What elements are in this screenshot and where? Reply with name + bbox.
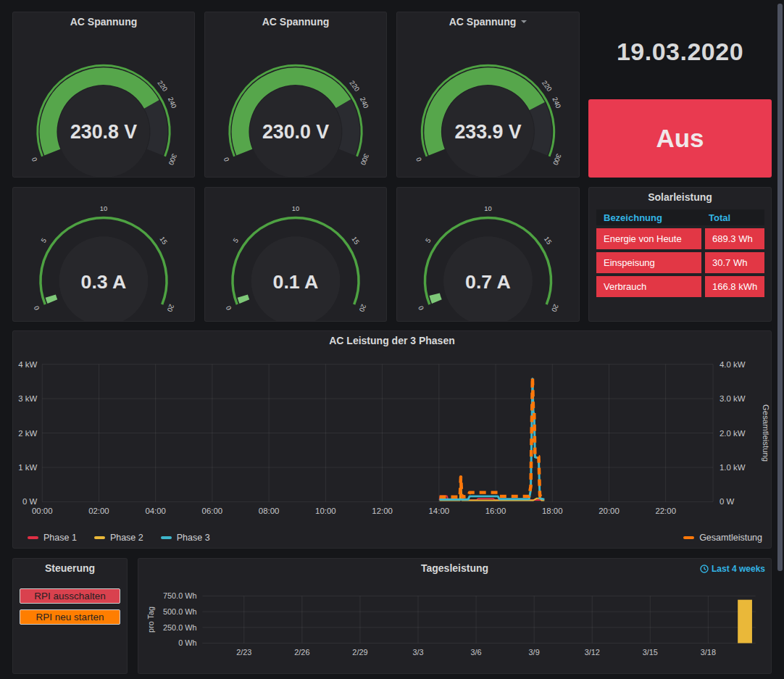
svg-text:0: 0: [30, 157, 38, 163]
chart-legend: Phase 1Phase 2Phase 3 Gesamtleistung: [28, 533, 762, 543]
panel-title[interactable]: AC Spannung: [13, 12, 194, 31]
panel-ac-current-1: 051015200.3 A: [12, 187, 195, 322]
panel-title[interactable]: Solarleistung: [589, 188, 771, 207]
panel-title-text: AC Spannung: [70, 16, 138, 28]
panel-ac-current-2: 051015200.1 A: [204, 187, 387, 322]
date-text: 19.03.2020: [617, 38, 743, 66]
svg-text:20: 20: [550, 303, 560, 313]
legend-item-gesamtleistung[interactable]: Gesamtleistung: [683, 533, 762, 543]
svg-text:08:00: 08:00: [259, 507, 280, 515]
svg-text:pro Tag: pro Tag: [146, 607, 155, 633]
legend-right: Gesamtleistung: [683, 533, 762, 543]
svg-text:4.0 kW: 4.0 kW: [720, 360, 746, 369]
legend-swatch: [683, 536, 694, 539]
svg-text:233.9 V: 233.9 V: [454, 121, 521, 143]
column-header-bezeichnung[interactable]: Bezeichnung: [596, 212, 701, 223]
svg-text:0.1 A: 0.1 A: [273, 271, 319, 293]
svg-text:0: 0: [414, 157, 423, 163]
voltage-gauge: 0220240300230.0 V: [205, 12, 386, 177]
table-header-row: Bezeichnung Total: [596, 209, 764, 225]
svg-text:10:00: 10:00: [315, 507, 336, 515]
rpi-ausschalten-button[interactable]: RPI ausschalten: [20, 588, 120, 604]
panel-title-text: Tagesleistung: [421, 562, 488, 574]
svg-text:220: 220: [156, 79, 169, 93]
panel-ac-voltage-2: AC Spannung 0220240300230.0 V: [204, 12, 387, 178]
table-cell-value: 166.8 kWh: [705, 276, 764, 297]
svg-text:3/12: 3/12: [585, 648, 600, 657]
legend-left: Phase 1Phase 2Phase 3: [28, 533, 210, 543]
svg-text:20: 20: [358, 303, 368, 313]
svg-text:15: 15: [158, 235, 169, 246]
svg-text:0: 0: [417, 305, 425, 312]
panel-title[interactable]: Steuerung: [13, 559, 127, 578]
legend-label: Phase 2: [110, 533, 143, 543]
column-header-total[interactable]: Total: [701, 212, 764, 223]
svg-text:3 kW: 3 kW: [18, 394, 37, 403]
svg-text:220: 220: [541, 79, 554, 93]
panel-title[interactable]: AC Leistung der 3 Phasen: [13, 331, 771, 350]
table-row: Verbrauch166.8 kWh: [596, 276, 764, 297]
scrollbar-thumb[interactable]: [777, 4, 783, 571]
legend-item-phase-2[interactable]: Phase 2: [94, 533, 143, 543]
svg-text:10: 10: [100, 204, 107, 212]
table-row: Einspeisung30.7 Wh: [596, 252, 764, 273]
date-display-panel: 19.03.2020: [588, 12, 772, 91]
svg-text:1.0 kW: 1.0 kW: [720, 463, 746, 472]
svg-text:02:00: 02:00: [88, 507, 109, 515]
svg-text:0 W: 0 W: [720, 497, 735, 506]
power-status-panel[interactable]: Aus: [588, 99, 772, 178]
svg-text:230.0 V: 230.0 V: [262, 121, 329, 143]
svg-text:0: 0: [32, 305, 41, 312]
time-range-control[interactable]: Last 4 weeks: [700, 564, 765, 574]
legend-label: Phase 3: [177, 533, 210, 543]
svg-text:16:00: 16:00: [485, 507, 506, 515]
svg-text:0: 0: [224, 305, 233, 312]
svg-text:2/26: 2/26: [294, 648, 309, 657]
svg-text:300: 300: [359, 153, 371, 167]
phase-chart: 0 W1 kW2 kW3 kW4 kW0 W1.0 kW2.0 kW3.0 kW…: [13, 331, 771, 548]
panel-title-text: AC Leistung der 3 Phasen: [329, 335, 454, 346]
svg-text:18:00: 18:00: [542, 507, 563, 515]
svg-text:14:00: 14:00: [429, 507, 450, 515]
table-body: Energie von Heute689.3 WhEinspeisung30.7…: [596, 228, 764, 297]
panel-ac-current-3: 051015200.7 A: [396, 187, 580, 322]
panel-title[interactable]: AC Spannung: [397, 12, 579, 31]
svg-text:300: 300: [167, 153, 179, 167]
svg-text:20:00: 20:00: [599, 507, 620, 515]
svg-text:10: 10: [292, 204, 299, 212]
table-cell-value: 689.3 Wh: [705, 228, 764, 249]
svg-text:250.0 Wh: 250.0 Wh: [163, 623, 196, 632]
table-cell-value: 30.7 Wh: [705, 252, 764, 273]
svg-text:2 kW: 2 kW: [18, 429, 37, 438]
rpi-neu-starten-button[interactable]: RPI neu starten: [20, 609, 120, 625]
svg-text:5: 5: [424, 236, 433, 243]
svg-text:240: 240: [167, 96, 178, 109]
grafana-dashboard: AC Spannung 0220240300230.8 V AC Spannun…: [0, 0, 784, 679]
svg-text:15: 15: [350, 235, 361, 246]
current-gauge: 051015200.1 A: [205, 188, 386, 321]
panel-solarleistung: Solarleistung Bezeichnung Total Energie …: [588, 187, 772, 322]
panel-ac-voltage-3: AC Spannung 0220240300233.9 V: [396, 12, 580, 178]
svg-text:240: 240: [359, 96, 370, 109]
panel-title-text: Steuerung: [45, 562, 95, 574]
svg-text:22:00: 22:00: [655, 507, 676, 515]
svg-text:3/15: 3/15: [643, 648, 658, 657]
table-cell-label: Einspeisung: [596, 252, 701, 273]
svg-text:5: 5: [39, 236, 48, 243]
svg-text:0 W: 0 W: [22, 497, 38, 506]
panel-title[interactable]: AC Spannung: [205, 12, 386, 31]
panel-title[interactable]: Tagesleistung: [138, 559, 771, 578]
current-gauge: 051015200.3 A: [13, 188, 194, 321]
svg-text:10: 10: [484, 204, 491, 212]
panel-title-text: AC Spannung: [262, 16, 330, 28]
panel-steuerung: Steuerung RPI ausschalten RPI neu starte…: [12, 558, 128, 674]
bar-3/19: [738, 600, 752, 643]
legend-item-phase-3[interactable]: Phase 3: [161, 533, 210, 543]
panel-tagesleistung: Tagesleistung Last 4 weeks 0 Wh250.0 Wh5…: [138, 558, 772, 674]
svg-text:230.8 V: 230.8 V: [70, 121, 137, 143]
svg-text:4 kW: 4 kW: [18, 360, 37, 369]
svg-text:3/18: 3/18: [701, 648, 716, 657]
current-gauge: 051015200.7 A: [397, 188, 579, 321]
voltage-gauge: 0220240300230.8 V: [13, 12, 194, 177]
legend-item-phase-1[interactable]: Phase 1: [28, 533, 77, 543]
